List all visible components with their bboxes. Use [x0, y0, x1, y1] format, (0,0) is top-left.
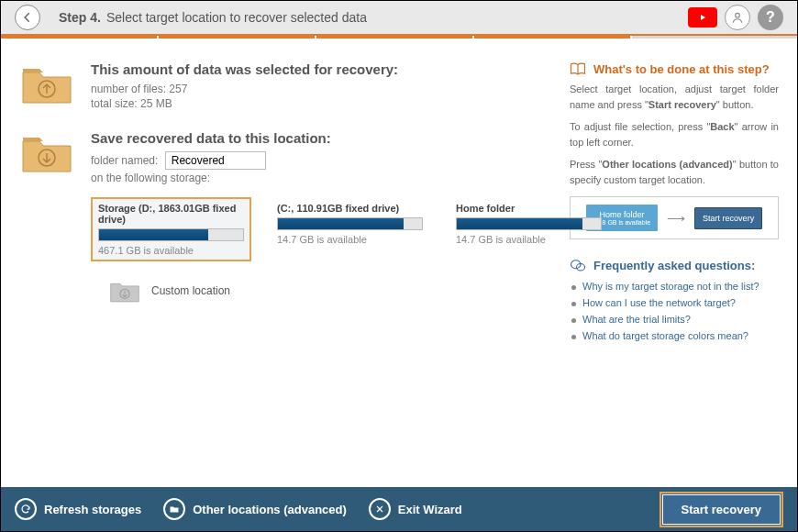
custom-location-label: Custom location — [151, 284, 230, 297]
summary-section: This amount of data was selected for rec… — [19, 61, 551, 112]
header-bar: Step 4. Select target location to recove… — [1, 1, 797, 36]
other-locations-button[interactable]: Other locations (advanced) — [163, 498, 347, 520]
start-recovery-button[interactable]: Start recovery — [659, 492, 783, 527]
back-button[interactable] — [15, 5, 40, 30]
faq-list: Why is my target storage not in the list… — [570, 278, 779, 344]
step-number: Step 4. — [59, 10, 101, 25]
faq-item[interactable]: Why is my target storage not in the list… — [570, 278, 779, 294]
storage-option-d[interactable]: Storage (D:, 1863.01GB fixed drive) 467.… — [91, 197, 251, 261]
help-paragraph-3: Press "Other locations (advanced)" butto… — [570, 157, 779, 187]
hint-start-button: Start recovery — [694, 207, 762, 229]
faq-icon — [570, 258, 586, 272]
faq-item[interactable]: How can I use the network target? — [570, 294, 779, 311]
close-icon — [369, 498, 391, 520]
files-count: number of files: 257 — [91, 83, 551, 95]
youtube-icon[interactable] — [688, 7, 717, 28]
faq-heading: Frequently asked questions: — [593, 259, 755, 272]
user-icon[interactable] — [725, 5, 750, 30]
save-section: Save recovered data to this location: fo… — [19, 130, 551, 304]
folder-label: folder named: — [91, 154, 158, 167]
storage-list: Storage (D:, 1863.01GB fixed drive) 467.… — [91, 197, 609, 261]
refresh-icon — [15, 498, 37, 520]
folder-icon — [163, 498, 185, 520]
help-icon[interactable]: ? — [758, 5, 783, 30]
folder-down-icon — [19, 130, 74, 176]
storage-available: 467.1 GB is available — [98, 245, 244, 256]
folder-name-input[interactable] — [165, 151, 266, 170]
help-paragraph-2: To adjust file selection, press "Back" a… — [570, 119, 779, 150]
folder-up-icon — [19, 61, 74, 107]
save-title: Save recovered data to this location: — [91, 130, 609, 146]
step-title: Select target location to recover select… — [106, 10, 367, 25]
storage-label: on the following storage: — [91, 172, 609, 184]
custom-location-button[interactable]: Custom location — [109, 278, 609, 304]
exit-wizard-button[interactable]: Exit Wizard — [369, 498, 462, 520]
storage-available: 14.7 GB is available — [277, 234, 423, 245]
book-icon — [570, 61, 586, 76]
svg-point-0 — [736, 13, 740, 17]
total-size: total size: 25 MB — [91, 97, 551, 110]
folder-gray-icon — [109, 278, 140, 304]
footer-bar: Refresh storages Other locations (advanc… — [1, 487, 797, 531]
storage-option-c[interactable]: (C:, 110.91GB fixed drive) 14.7 GB is av… — [270, 197, 430, 261]
wizard-progress — [1, 36, 797, 39]
summary-title: This amount of data was selected for rec… — [91, 61, 551, 77]
storage-title: (C:, 110.91GB fixed drive) — [277, 203, 423, 214]
refresh-storages-button[interactable]: Refresh storages — [15, 498, 141, 520]
faq-item[interactable]: What are the trial limits? — [570, 311, 779, 327]
arrow-left-icon — [21, 11, 34, 24]
storage-title: Storage (D:, 1863.01GB fixed drive) — [98, 203, 244, 225]
arrow-right-icon: ⟶ — [667, 211, 685, 226]
svg-point-4 — [571, 260, 582, 269]
help-heading: What's to be done at this step? — [593, 62, 770, 76]
faq-item[interactable]: What do target storage colors mean? — [570, 327, 779, 344]
help-paragraph-1: Select target location, adjust target fo… — [570, 82, 779, 112]
